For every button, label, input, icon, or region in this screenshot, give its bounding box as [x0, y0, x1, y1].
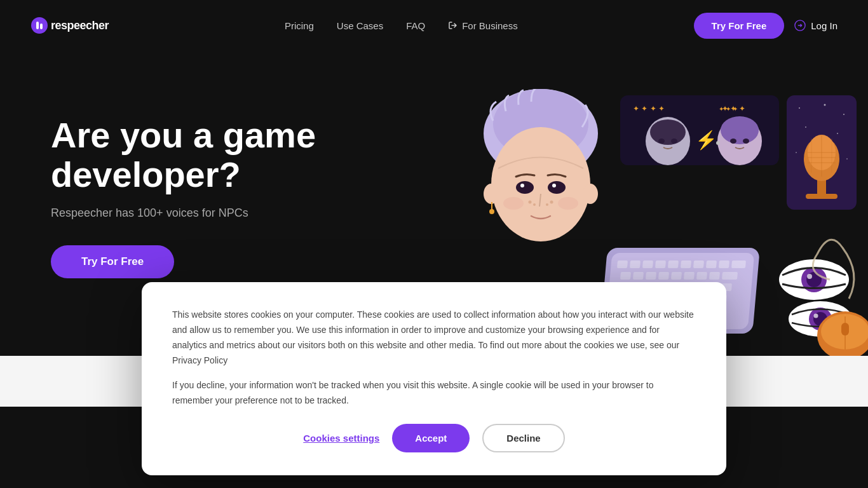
- cookie-text-1: This website stores cookies on your comp…: [172, 308, 696, 368]
- accept-button[interactable]: Accept: [392, 424, 470, 452]
- cookie-overlay: This website stores cookies on your comp…: [0, 0, 868, 488]
- cookie-text-2: If you decline, your information won't b…: [172, 378, 696, 409]
- decline-button[interactable]: Decline: [482, 424, 564, 452]
- cookie-banner: This website stores cookies on your comp…: [142, 282, 726, 475]
- cookie-actions: Cookies settings Accept Decline: [172, 424, 696, 452]
- cookies-settings-button[interactable]: Cookies settings: [303, 433, 379, 444]
